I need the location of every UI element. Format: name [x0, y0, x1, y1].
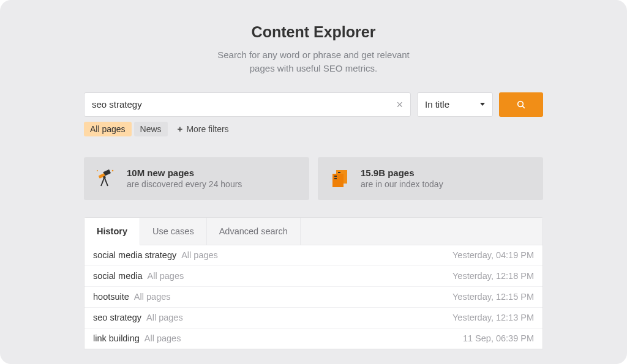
filter-news[interactable]: News [134, 122, 168, 136]
history-item[interactable]: social mediaAll pagesYesterday, 12:18 PM [84, 266, 543, 287]
history-item[interactable]: hootsuiteAll pagesYesterday, 12:15 PM [84, 287, 543, 308]
svg-rect-12 [334, 178, 337, 179]
svg-line-1 [522, 106, 524, 108]
history-scope: All pages [148, 271, 184, 281]
stat-title: 10M new pages [127, 168, 242, 178]
tab-use-cases[interactable]: Use cases [140, 218, 207, 245]
history-item[interactable]: link buildingAll pages11 Sep, 06:39 PM [84, 329, 543, 349]
servers-icon [329, 168, 351, 190]
svg-rect-11 [334, 176, 337, 177]
page-title: Content Explorer [0, 23, 627, 41]
page-subtitle: Search for any word or phrase and get re… [0, 48, 627, 75]
more-filters-button[interactable]: + More filters [178, 124, 229, 134]
stat-sub: are in our index today [361, 179, 443, 189]
chevron-down-icon [480, 103, 485, 106]
history-query: social media strategy [93, 250, 176, 260]
telescope-icon [95, 168, 117, 190]
search-input[interactable] [92, 99, 396, 110]
tab-history[interactable]: History [84, 218, 140, 245]
svg-rect-13 [338, 172, 340, 173]
stat-sub: are discovered every 24 hours [127, 179, 242, 189]
svg-line-4 [101, 177, 105, 186]
history-time: Yesterday, 12:13 PM [452, 313, 534, 322]
svg-line-5 [105, 177, 108, 186]
clear-icon[interactable]: × [396, 99, 403, 110]
stat-title: 15.9B pages [361, 168, 443, 178]
search-button[interactable] [499, 92, 543, 117]
search-icon [516, 100, 526, 110]
search-input-container[interactable]: × [84, 92, 411, 117]
svg-point-8 [97, 170, 98, 171]
stat-card-new-pages: 10M new pages are discovered every 24 ho… [84, 157, 309, 200]
history-query: social media [93, 271, 143, 281]
stat-card-index-pages: 15.9B pages are in our index today [318, 157, 543, 200]
history-query: hootsuite [93, 292, 129, 302]
svg-rect-10 [332, 174, 344, 187]
history-query: link building [93, 333, 140, 343]
history-item[interactable]: social media strategyAll pagesYesterday,… [84, 245, 543, 266]
history-item[interactable]: seo strategyAll pagesYesterday, 12:13 PM [84, 308, 543, 329]
svg-point-6 [103, 176, 105, 178]
history-scope: All pages [146, 313, 183, 322]
svg-point-7 [112, 169, 114, 171]
plus-icon: + [178, 124, 183, 134]
history-scope: All pages [134, 292, 171, 302]
history-scope: All pages [181, 250, 218, 260]
filter-all-pages[interactable]: All pages [84, 122, 132, 136]
history-time: Yesterday, 12:18 PM [452, 271, 534, 281]
history-time: 11 Sep, 06:39 PM [463, 333, 534, 343]
scope-select-label: In title [425, 99, 449, 110]
history-scope: All pages [145, 333, 181, 343]
history-time: Yesterday, 12:15 PM [452, 292, 534, 302]
scope-select[interactable]: In title [417, 92, 493, 117]
more-filters-label: More filters [186, 124, 228, 134]
history-time: Yesterday, 04:19 PM [452, 250, 534, 260]
history-query: seo strategy [93, 313, 141, 322]
tab-advanced-search[interactable]: Advanced search [207, 218, 301, 245]
